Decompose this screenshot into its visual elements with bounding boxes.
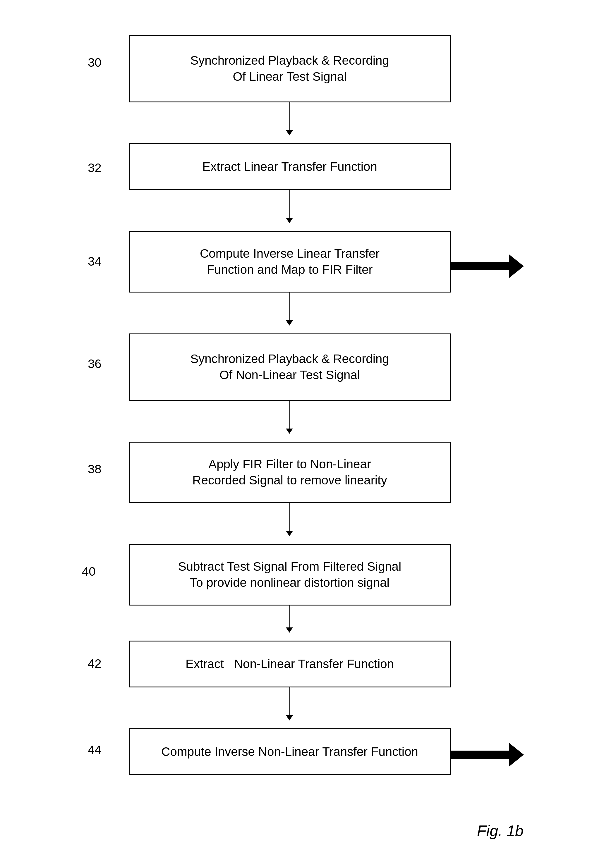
label-30: 30 [88, 56, 102, 70]
label-36: 36 [88, 357, 102, 371]
label-38: 38 [88, 462, 102, 476]
arrow-32-34 [289, 190, 290, 220]
diagram-container: 30 Synchronized Playback & RecordingOf L… [24, 17, 580, 836]
box-40: Subtract Test Signal From Filtered Signa… [129, 544, 451, 606]
arrowhead-40-42 [286, 628, 293, 633]
box-30: Synchronized Playback & RecordingOf Line… [129, 35, 451, 102]
arrowhead-36-38 [286, 428, 293, 434]
arrow-40-42 [289, 606, 290, 629]
box-44: Compute Inverse Non-Linear Transfer Func… [129, 728, 451, 775]
right-arrow-34 [451, 254, 524, 278]
arrowhead-38-40 [286, 531, 293, 536]
arrow-34-36 [289, 292, 290, 322]
label-40: 40 [82, 565, 96, 579]
box-32: Extract Linear Transfer Function [129, 143, 451, 190]
arrowhead-34-36 [286, 320, 293, 326]
box-34: Compute Inverse Linear TransferFunction … [129, 231, 451, 292]
label-42: 42 [88, 657, 102, 671]
arrow-36-38 [289, 401, 290, 430]
box-38: Apply FIR Filter to Non-LinearRecorded S… [129, 442, 451, 503]
box-36: Synchronized Playback & RecordingOf Non-… [129, 333, 451, 401]
arrow-42-44 [289, 687, 290, 717]
label-44: 44 [88, 743, 102, 757]
arrow-38-40 [289, 503, 290, 532]
box-42: Extract Non-Linear Transfer Function [129, 640, 451, 687]
label-34: 34 [88, 254, 102, 268]
arrowhead-30-32 [286, 130, 293, 135]
arrow-30-32 [289, 102, 290, 132]
right-arrow-44 [451, 743, 524, 766]
label-32: 32 [88, 161, 102, 175]
arrowhead-32-34 [286, 218, 293, 223]
fig-label: Fig. 1b [477, 822, 523, 840]
arrowhead-42-44 [286, 715, 293, 720]
